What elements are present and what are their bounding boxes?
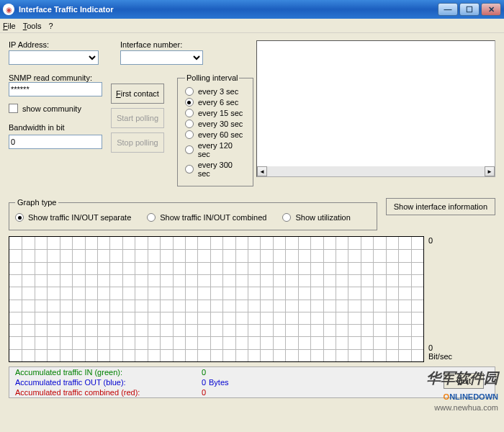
traffic-graph bbox=[9, 236, 424, 362]
legend-comb-value: 0 bbox=[184, 388, 206, 397]
menu-file[interactable]: File bbox=[3, 22, 16, 30]
polling-option[interactable]: every 300 sec bbox=[185, 161, 246, 178]
close-button[interactable]: ✕ bbox=[481, 3, 501, 16]
start-polling-button[interactable]: Start polling bbox=[111, 108, 164, 128]
radio-icon[interactable] bbox=[185, 87, 194, 96]
polling-option[interactable]: every 3 sec bbox=[185, 87, 246, 96]
graph-type-option[interactable]: Show traffic IN/OUT separate bbox=[15, 213, 131, 222]
menu-tools[interactable]: Tools bbox=[23, 22, 42, 30]
show-community-checkbox[interactable] bbox=[9, 104, 18, 113]
legend-out-label: Accumulated traffic OUT (blue): bbox=[15, 378, 184, 387]
polling-option[interactable]: every 30 sec bbox=[185, 120, 246, 128]
polling-option[interactable]: every 60 sec bbox=[185, 130, 246, 139]
scroll-left-icon[interactable]: ◄ bbox=[257, 166, 267, 176]
ip-address-combo[interactable] bbox=[9, 50, 99, 65]
h-scrollbar[interactable]: ◄ ► bbox=[257, 166, 495, 176]
graph-type-legend: Graph type bbox=[15, 198, 58, 207]
bandwidth-input[interactable] bbox=[9, 135, 102, 149]
legend-in-value: 0 bbox=[184, 368, 206, 377]
graph-type-option[interactable]: Show traffic IN/OUT combined bbox=[147, 213, 266, 222]
y-min: 0 bbox=[428, 343, 452, 352]
polling-legend: Polling interval bbox=[185, 73, 240, 82]
polling-option[interactable]: every 6 sec bbox=[185, 98, 246, 107]
graph-type-group: Graph type Show traffic IN/OUT separateS… bbox=[9, 198, 377, 230]
bandwidth-label: Bandwidth in bit bbox=[9, 123, 102, 132]
radio-icon[interactable] bbox=[185, 145, 194, 154]
minimize-button[interactable]: — bbox=[438, 3, 458, 16]
window-title: Interface Traffic Indicator bbox=[19, 5, 438, 14]
show-community-label: show community bbox=[22, 104, 81, 113]
ip-label: IP Address: bbox=[9, 40, 99, 49]
legend-comb-unit bbox=[206, 388, 209, 397]
scroll-right-icon[interactable]: ► bbox=[485, 166, 495, 176]
interface-listbox[interactable]: ◄ ► bbox=[256, 40, 495, 177]
legend-in-unit bbox=[206, 368, 209, 377]
maximize-button[interactable]: ☐ bbox=[459, 3, 480, 16]
graph-type-option-label: Show utilization bbox=[295, 213, 350, 222]
snmp-community-input[interactable] bbox=[9, 82, 102, 96]
polling-option-label: every 60 sec bbox=[198, 130, 243, 139]
radio-icon[interactable] bbox=[185, 165, 194, 174]
radio-icon[interactable] bbox=[15, 213, 24, 222]
polling-option[interactable]: every 15 sec bbox=[185, 109, 246, 117]
graph-type-option-label: Show traffic IN/OUT combined bbox=[160, 213, 266, 222]
graph-type-option[interactable]: Show utilization bbox=[282, 213, 350, 222]
polling-option-label: every 15 sec bbox=[198, 109, 243, 117]
polling-option-label: every 30 sec bbox=[198, 120, 243, 128]
y-max: 0 bbox=[428, 236, 433, 245]
y-axis: 0 0 Bit/sec bbox=[424, 236, 492, 362]
polling-option-label: every 120 sec bbox=[198, 141, 246, 158]
y-unit: Bit/sec bbox=[428, 352, 452, 361]
polling-interval-group: Polling interval every 3 secevery 6 sece… bbox=[177, 73, 253, 186]
legend-out-unit: Bytes bbox=[206, 378, 229, 387]
radio-icon[interactable] bbox=[185, 130, 194, 139]
graph-type-option-label: Show traffic IN/OUT separate bbox=[28, 213, 131, 222]
watermark: 华军软件园 ONLINEDOWN www.newhua.com bbox=[426, 369, 498, 412]
radio-icon[interactable] bbox=[185, 109, 194, 117]
radio-icon[interactable] bbox=[185, 98, 194, 107]
legend-in-label: Accumulated traffic IN (green): bbox=[15, 368, 184, 377]
interface-number-combo[interactable] bbox=[120, 50, 203, 65]
legend-comb-label: Accumulated traffic combined (red): bbox=[15, 388, 184, 397]
radio-icon[interactable] bbox=[185, 120, 194, 128]
traffic-legend: Accumulated traffic IN (green): 0 Accumu… bbox=[9, 366, 495, 398]
scroll-track[interactable] bbox=[267, 166, 485, 176]
watermark-cn: 华军软件园 bbox=[426, 369, 498, 388]
title-bar: ◉ Interface Traffic Indicator — ☐ ✕ bbox=[0, 0, 504, 19]
watermark-brand: ONLINEDOWN bbox=[426, 388, 498, 403]
radio-icon[interactable] bbox=[282, 213, 291, 222]
legend-out-value: 0 bbox=[184, 378, 206, 387]
watermark-url: www.newhua.com bbox=[426, 403, 498, 412]
polling-option-label: every 3 sec bbox=[198, 87, 238, 96]
menu-bar: File Tools ? bbox=[0, 19, 504, 33]
app-icon: ◉ bbox=[3, 4, 14, 15]
snmp-label: SNMP read community: bbox=[9, 73, 92, 82]
iface-label: Interface number: bbox=[120, 40, 203, 49]
polling-option-label: every 6 sec bbox=[198, 98, 238, 107]
radio-icon[interactable] bbox=[147, 213, 156, 222]
polling-option[interactable]: every 120 sec bbox=[185, 141, 246, 158]
first-contact-button[interactable]: First contact bbox=[111, 84, 164, 104]
polling-option-label: every 300 sec bbox=[198, 161, 246, 178]
stop-polling-button[interactable]: Stop polling bbox=[111, 132, 164, 153]
show-interface-info-button[interactable]: Show interface information bbox=[386, 198, 495, 215]
window-controls: — ☐ ✕ bbox=[438, 3, 501, 16]
menu-help[interactable]: ? bbox=[48, 22, 53, 30]
